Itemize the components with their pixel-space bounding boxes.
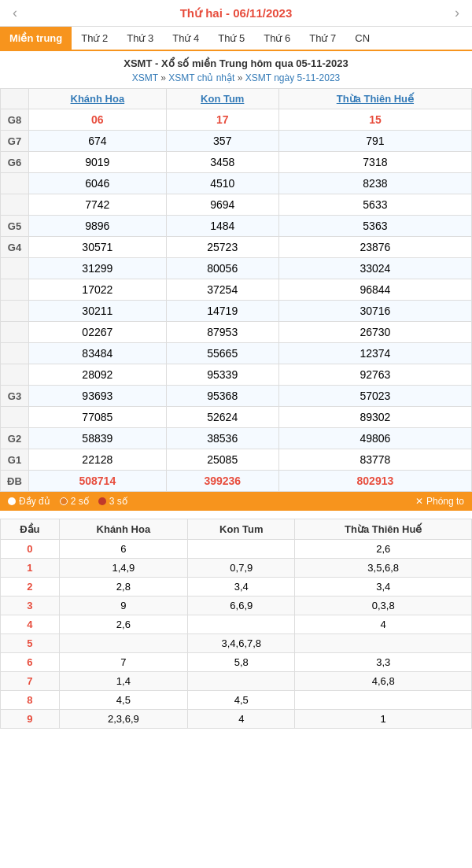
breadcrumb-link-2[interactable]: XSMT ngày 5-11-2023 [245,72,341,83]
tail-cell-9-3: 1 [295,710,472,729]
tail-cell-2-3: 3,4 [295,578,472,597]
cell-g7-1: 357 [166,131,278,152]
tail-cell-5-2: 3,4,6,7,8 [188,634,295,653]
tail-cell-8-1: 4,5 [59,691,188,710]
row-label- [1,258,29,279]
table-row: G2588393853649806 [1,428,472,449]
dot-full-label: Đầy đủ [19,496,50,507]
cell--2: 12374 [278,343,471,364]
cell-g3-2: 57023 [278,386,471,407]
tail-cell-8-0: 8 [1,691,60,710]
tail-cell-3-2: 6,6,9 [188,597,295,615]
table-row: 280929533992763 [1,364,472,386]
cell--1: 87953 [166,322,278,343]
cell--0: 28092 [29,364,167,386]
tail-table: ĐầuKhánh HoaKon TumThừa Thiên Huế062,611… [0,519,472,729]
row-label- [1,407,29,428]
tab-thứ-7[interactable]: Thứ 7 [300,27,345,50]
cell-g6-0: 9019 [29,152,167,173]
cell-g1-0: 22128 [29,449,167,471]
cell-g5-1: 1484 [166,216,278,237]
table-row: 302111471930716 [1,301,472,322]
cell-đb-1: 399236 [166,471,278,492]
dot-item-3so[interactable]: 3 số [98,496,127,507]
tail-header-1: Khánh Hoa [59,519,188,540]
table-row: G6901934587318 [1,152,472,173]
breadcrumb-sep: » [234,72,245,83]
col-kontum: Kon Tum [166,89,278,109]
tab-thứ-2[interactable]: Thứ 2 [72,27,117,50]
cell-g1-2: 83778 [278,449,471,471]
tail-row: 396,6,90,3,8 [1,597,472,615]
tail-cell-7-3: 4,6,8 [295,672,472,691]
dot-item-full[interactable]: Đầy đủ [8,496,50,507]
cell--1: 95339 [166,364,278,386]
tail-row: 92,3,6,941 [1,710,472,729]
tail-cell-5-0: 5 [1,634,60,653]
footer-left: Đầy đủ 2 số 3 số [8,496,127,507]
cell-g3-0: 93693 [29,386,167,407]
tail-cell-6-3: 3,3 [295,653,472,672]
tail-cell-8-2: 4,5 [188,691,295,710]
dot-item-2so[interactable]: 2 số [60,496,89,507]
zoom-label: Phóng to [426,496,464,507]
cell-g7-2: 791 [278,131,471,152]
tail-cell-6-2: 5,8 [188,653,295,672]
table-row: 604645108238 [1,173,472,194]
cell--1: 52624 [166,407,278,428]
dot-3so-label: 3 số [109,496,127,507]
tail-cell-0-1: 6 [59,540,188,559]
table-row: G5989614845363 [1,216,472,237]
cell--0: 77085 [29,407,167,428]
cell-g2-2: 49806 [278,428,471,449]
row-label-g1: G1 [1,449,29,471]
cell--2: 92763 [278,364,471,386]
table-row: G1221282508583778 [1,449,472,471]
tab-thứ-5[interactable]: Thứ 5 [208,27,254,50]
tab-miền-trung[interactable]: Miền trung [0,27,72,50]
tail-header-2: Kon Tum [188,519,295,540]
tail-cell-3-0: 3 [1,597,60,615]
cell-g5-0: 9896 [29,216,167,237]
cell--1: 14719 [166,301,278,322]
col-thuathienhue: Thừa Thiên Huế [278,89,471,109]
table-row: 022678795326730 [1,322,472,343]
tail-cell-1-2: 0,7,9 [188,559,295,578]
breadcrumb-link-0[interactable]: XSMT [132,72,158,83]
cell-g4-2: 23876 [278,237,471,258]
cell--2: 89302 [278,407,471,428]
tab-thứ-4[interactable]: Thứ 4 [163,27,208,50]
breadcrumb-link-1[interactable]: XSMT chủ nhật [168,72,234,83]
cell--1: 9694 [166,194,278,216]
tail-row: 062,6 [1,540,472,559]
tail-cell-1-0: 1 [1,559,60,578]
table-row: 770855262489302 [1,407,472,428]
cell--2: 96844 [278,279,471,301]
tail-cell-2-1: 2,8 [59,578,188,597]
prev-arrow[interactable]: ‹ [8,5,22,21]
tab-thứ-6[interactable]: Thứ 6 [254,27,300,50]
table-row: 312998005633024 [1,258,472,279]
cell-g8-1: 17 [166,109,278,131]
next-arrow[interactable]: › [450,5,464,21]
cell-g6-1: 3458 [166,152,278,173]
tail-cell-4-1: 2,6 [59,615,188,634]
header: ‹ Thứ hai - 06/11/2023 › [0,0,472,27]
cell--0: 6046 [29,173,167,194]
zoom-button[interactable]: ✕ Phóng to [415,496,464,507]
row-label-g6: G6 [1,152,29,173]
tabs-bar: Miền trungThứ 2Thứ 3Thứ 4Thứ 5Thứ 6Thứ 7… [0,27,472,51]
table-row: G7674357791 [1,131,472,152]
tab-thứ-3[interactable]: Thứ 3 [117,27,163,50]
tail-cell-0-2 [188,540,295,559]
tail-cell-9-1: 2,3,6,9 [59,710,188,729]
cell--0: 83484 [29,343,167,364]
tail-cell-6-1: 7 [59,653,188,672]
row-label- [1,279,29,301]
tab-cn[interactable]: CN [345,27,379,50]
cell--0: 31299 [29,258,167,279]
row-label-g5: G5 [1,216,29,237]
table-row: G8061715 [1,109,472,131]
cell--1: 55665 [166,343,278,364]
tail-row: 22,83,43,4 [1,578,472,597]
